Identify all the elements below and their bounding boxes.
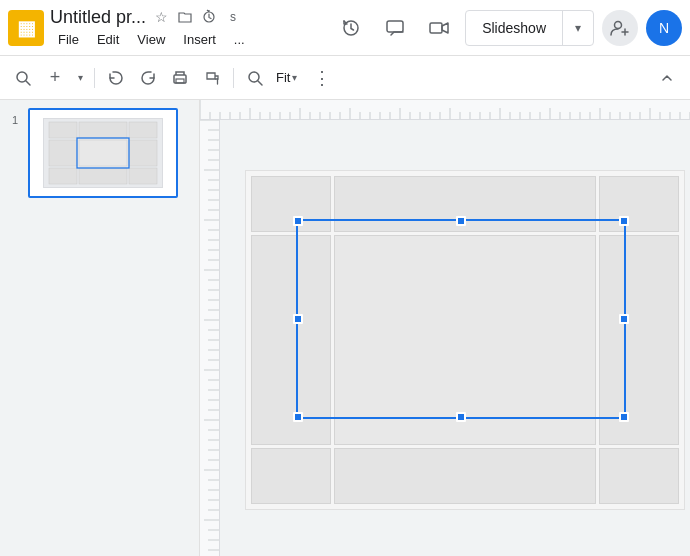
zoom-icon-button[interactable] — [240, 63, 270, 93]
title-icons: ☆ s — [150, 6, 244, 28]
canvas-with-rulers — [200, 120, 690, 556]
slide-1-thumbnail[interactable] — [28, 108, 178, 198]
format-paint-button[interactable] — [197, 63, 227, 93]
grid-cell-mr — [599, 235, 679, 445]
svg-point-3 — [615, 21, 622, 28]
search-button[interactable] — [8, 63, 38, 93]
video-icon[interactable] — [421, 10, 457, 46]
main-content: 1 — [0, 100, 690, 556]
svg-rect-1 — [387, 21, 403, 32]
h-ruler-svg — [200, 100, 690, 120]
grid-cell-bl — [251, 448, 331, 504]
top-bar-right: Slideshow ▾ N — [333, 10, 682, 46]
slideshow-button[interactable]: Slideshow ▾ — [465, 10, 594, 46]
slide-number-1: 1 — [8, 108, 22, 126]
slide-panel: 1 — [0, 100, 200, 556]
grid-cell-tc — [334, 176, 596, 232]
vertical-ruler — [200, 120, 220, 556]
top-bar: ▦ Untitled pr... ☆ s — [0, 0, 690, 56]
canvas-scroll[interactable] — [220, 120, 690, 556]
menu-row: File Edit View Insert ... — [50, 30, 327, 49]
canvas-wrapper — [200, 100, 690, 556]
svg-rect-13 — [129, 140, 157, 166]
secondary-toolbar: + ▾ Fit ▾ ⋮ — [0, 56, 690, 100]
slide-grid — [246, 171, 684, 509]
thumbnail-preview — [48, 121, 158, 185]
grid-cell-ml — [251, 235, 331, 445]
slide-canvas[interactable] — [245, 170, 685, 510]
slide-1-row: 1 — [8, 108, 191, 198]
svg-rect-8 — [49, 122, 77, 138]
history-toolbar-icon[interactable] — [333, 10, 369, 46]
collapse-toolbar-button[interactable] — [652, 63, 682, 93]
zoom-selector[interactable]: Fit ▾ — [272, 68, 301, 87]
svg-rect-14 — [49, 168, 77, 184]
svg-rect-10 — [129, 122, 157, 138]
undo-button[interactable] — [101, 63, 131, 93]
grid-cell-br — [599, 448, 679, 504]
horizontal-ruler — [200, 100, 690, 120]
more-options-button[interactable]: ⋮ — [307, 63, 337, 93]
svg-rect-15 — [79, 168, 127, 184]
menu-more[interactable]: ... — [226, 30, 253, 49]
menu-view[interactable]: View — [129, 30, 173, 49]
history-icon[interactable] — [198, 6, 220, 28]
toolbar-divider-2 — [233, 68, 234, 88]
user-avatar[interactable]: N — [646, 10, 682, 46]
star-icon[interactable]: ☆ — [150, 6, 172, 28]
title-section: Untitled pr... ☆ s File Edit — [50, 6, 327, 49]
folder-icon[interactable] — [174, 6, 196, 28]
menu-file[interactable]: File — [50, 30, 87, 49]
title-row: Untitled pr... ☆ s — [50, 6, 327, 28]
add-button[interactable]: + — [40, 63, 70, 93]
zoom-dropdown-arrow: ▾ — [292, 72, 297, 83]
slide-thumb-inner — [43, 118, 163, 188]
svg-rect-12 — [79, 140, 127, 166]
svg-rect-16 — [129, 168, 157, 184]
grid-cell-tl — [251, 176, 331, 232]
slideshow-dropdown[interactable]: ▾ — [563, 11, 593, 45]
print-button[interactable] — [165, 63, 195, 93]
grid-cell-tr — [599, 176, 679, 232]
svg-rect-6 — [176, 79, 184, 83]
menu-insert[interactable]: Insert — [175, 30, 224, 49]
redo-button[interactable] — [133, 63, 163, 93]
v-ruler-svg — [200, 120, 220, 556]
svg-rect-9 — [79, 122, 127, 138]
menu-edit[interactable]: Edit — [89, 30, 127, 49]
slideshow-main-button[interactable]: Slideshow — [466, 11, 563, 45]
toolbar-divider-1 — [94, 68, 95, 88]
app-icon-symbol: ▦ — [17, 16, 36, 40]
saved-icon[interactable]: s — [222, 6, 244, 28]
svg-rect-2 — [430, 23, 442, 33]
zoom-value: Fit — [276, 70, 290, 85]
grid-cell-center — [334, 235, 596, 445]
app-icon[interactable]: ▦ — [8, 10, 44, 46]
document-title[interactable]: Untitled pr... — [50, 7, 146, 28]
comment-icon[interactable] — [377, 10, 413, 46]
grid-cell-bc — [334, 448, 596, 504]
svg-rect-11 — [49, 140, 77, 166]
add-person-button[interactable] — [602, 10, 638, 46]
add-dropdown-button[interactable]: ▾ — [72, 63, 88, 93]
